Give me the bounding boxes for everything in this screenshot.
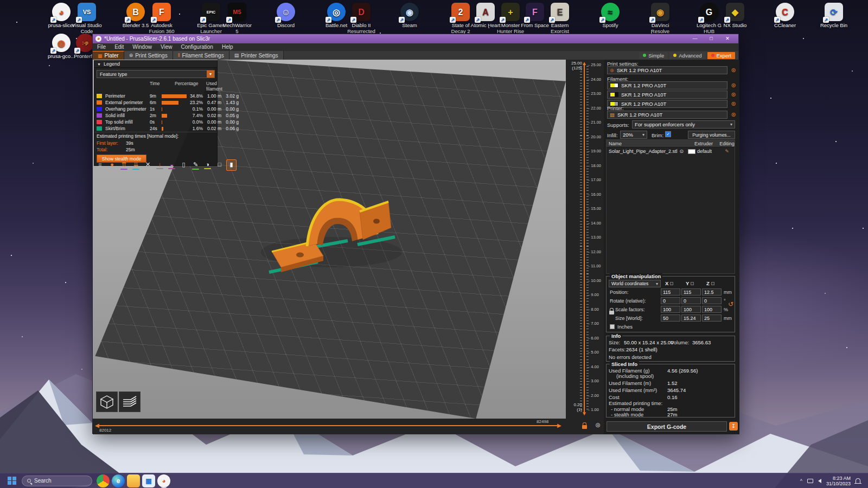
uniform-scale-lock-icon[interactable] [609, 311, 614, 314]
filament-edit-icon[interactable]: ⊛ [730, 100, 737, 108]
coordinates-combo[interactable]: World coordinates ▾ [609, 280, 661, 287]
slider-settings-gear-icon[interactable]: ⊛ [595, 421, 601, 429]
desktop-icon-davinci[interactable]: ◉ ↗ DaVinci Resolve [644, 3, 676, 34]
filament-combo[interactable]: SKR 1.2 PRO A10T [607, 100, 727, 108]
pause-prints-icon[interactable]: ▯ [178, 159, 189, 171]
x-lock-box[interactable] [670, 282, 673, 285]
print-settings-edit-icon[interactable]: ⊛ [730, 66, 737, 74]
tab[interactable]: ⊛ Print Settings [124, 51, 173, 60]
filament-combo[interactable]: SKR 1.2 PRO A10T [607, 91, 727, 99]
desktop-icon-recyclebin[interactable]: ⟳ ↗ Recycle Bin [818, 3, 850, 28]
desktop-icon-spotify[interactable]: ≈ ↗ Spotify [594, 3, 627, 28]
cross-section-icon[interactable]: ▮ [226, 159, 237, 171]
prusaslicer-taskbar-icon[interactable]: ◕ [157, 474, 170, 487]
desktop-icon-discord[interactable]: ☺ ↗ Discord [270, 3, 302, 28]
seams-icon[interactable]: ✕ [143, 159, 153, 171]
x-value-input[interactable]: 50 [661, 314, 680, 322]
slider-lock-icon[interactable] [582, 425, 587, 429]
slider-top-handle[interactable]: ▲ [582, 61, 587, 66]
export-gcode-button[interactable]: Export G-code [607, 421, 727, 432]
y-value-input[interactable]: 115 [681, 288, 701, 296]
print-settings-combo[interactable]: ⊛ SKR 1.2 PRO A10T [607, 66, 727, 74]
reset-rotation-icon[interactable]: ↺ [728, 300, 733, 308]
mode-button[interactable]: Advanced [669, 52, 705, 59]
edge-icon[interactable]: e [112, 474, 125, 487]
start-button[interactable] [8, 477, 16, 485]
speaker-icon[interactable] [818, 479, 821, 483]
object-row[interactable]: Solar_Light_Pipe_Adapter_2.stl ⊙ default… [607, 147, 735, 155]
store-icon[interactable]: ▦ [142, 474, 155, 487]
supports-combo[interactable]: For support enforcers only ▾ [632, 120, 735, 129]
desktop-icon-steam[interactable]: ◉ ↗ Steam [393, 3, 426, 28]
search-input[interactable]: Search [22, 476, 92, 486]
deretractions-icon[interactable]: ⇊ [131, 159, 141, 171]
menu-item[interactable]: File [93, 43, 110, 51]
x-value-input[interactable]: 115 [661, 288, 680, 296]
z-value-input[interactable]: 25 [702, 314, 722, 322]
editor-view-thumbnail[interactable] [96, 391, 118, 412]
notifications-bell-icon[interactable] [856, 478, 860, 483]
slider-bottom-handle[interactable]: ▼ [582, 411, 587, 416]
z-lock-box[interactable] [711, 282, 714, 285]
mode-button[interactable]: Expert [707, 52, 735, 59]
menu-item[interactable]: Edit [110, 43, 128, 51]
y-value-input[interactable]: 15.24 [681, 314, 701, 322]
tray-chevron-icon[interactable]: ^ [800, 478, 802, 484]
mode-button[interactable]: Simple [639, 52, 668, 59]
z-value-input[interactable]: 100 [702, 306, 722, 313]
tab[interactable]: ▦ Plater [93, 51, 124, 60]
3d-viewport[interactable]: ▼ Legend Feature type ▾ Time Percentage … [93, 60, 566, 419]
menu-item[interactable]: View [156, 43, 177, 51]
menu-item[interactable]: Configuration [176, 43, 217, 51]
eye-icon[interactable]: ⊙ [679, 149, 684, 154]
y-value-input[interactable]: 100 [681, 306, 701, 313]
x-value-input[interactable]: 100 [661, 306, 680, 313]
color-changes-icon[interactable]: ◒ [167, 159, 177, 171]
file-explorer-icon[interactable] [127, 474, 140, 487]
purging-volumes-button[interactable]: Purging volumes... [688, 131, 735, 139]
edit-object-icon[interactable]: ✎ [719, 149, 735, 154]
desktop-icon-vscode[interactable]: VS ↗ Visual Studio Code [71, 3, 103, 34]
desktop-icon-diablo2[interactable]: D ↗ Diablo II Resurrected [345, 3, 378, 34]
maximize-button[interactable]: □ [703, 35, 719, 43]
wipe-icon[interactable]: ● [107, 159, 117, 171]
horizontal-slider-track[interactable] [98, 425, 559, 426]
slider-right-handle[interactable]: ▶ [557, 423, 561, 428]
z-value-input[interactable]: 12.5 [702, 288, 722, 296]
y-value-input[interactable]: 0 [681, 297, 701, 304]
title-bar[interactable]: ◕ *Untitled - PrusaSlicer-2.6.1 based on… [93, 34, 738, 43]
brim-checkbox[interactable]: ✓ [665, 131, 671, 137]
desktop-icon-fusion360[interactable]: F ↗ Autodesk Fusion 360 [145, 3, 178, 34]
browser-icon[interactable] [97, 474, 110, 487]
extruder-color-swatch[interactable] [688, 149, 695, 154]
infill-combo[interactable]: 20% ▾ [620, 131, 647, 139]
tab[interactable]: ‖ Filament Settings [173, 51, 229, 60]
taskbar-clock[interactable]: 8:23 AM 31/10/2023 [826, 476, 851, 486]
desktop-icon-easternexorcist[interactable]: E ↗ Eastern Exorcist [544, 3, 576, 34]
minimize-button[interactable]: — [687, 35, 703, 43]
printer-combo[interactable]: ▤ SKR 1.2 PRO A10T [607, 111, 727, 119]
filament-edit-icon[interactable]: ⊛ [730, 91, 737, 99]
x-value-input[interactable]: 0 [661, 297, 680, 304]
z-value-input[interactable]: 0 [702, 297, 722, 304]
y-lock-box[interactable] [691, 282, 694, 285]
close-button[interactable]: ✕ [719, 35, 736, 43]
shells-icon[interactable]: □ [214, 159, 225, 171]
collapse-arrow-icon[interactable]: ▼ [97, 62, 101, 66]
center-of-gravity-icon[interactable]: ◑ [202, 159, 213, 171]
filament-edit-icon[interactable]: ⊛ [730, 81, 737, 89]
desktop-icon-nxstudio[interactable]: ◆ ↗ NX Studio [719, 3, 751, 28]
filament-combo[interactable]: SKR 1.2 PRO A10T [607, 81, 727, 89]
retractions-icon[interactable]: ⇈ [119, 159, 129, 171]
custom-gcode-icon[interactable]: ✎ [190, 159, 201, 171]
menu-item[interactable]: Help [218, 43, 238, 51]
inches-checkbox[interactable] [610, 324, 615, 329]
menu-item[interactable]: Window [128, 43, 156, 51]
travel-icon[interactable]: ≡ [95, 159, 105, 171]
tab[interactable]: ▤ Printer Settings [229, 51, 284, 60]
network-icon[interactable] [807, 479, 813, 483]
export-sd-icon[interactable]: ↧ [729, 422, 738, 431]
desktop-icon-ccleaner[interactable]: C ↗ CCleaner [769, 3, 801, 28]
feature-type-combo[interactable]: Feature type ▾ [97, 70, 215, 78]
desktop-icon-mechwarrior[interactable]: M5 ↗ MechWarrior 5 [221, 3, 253, 34]
